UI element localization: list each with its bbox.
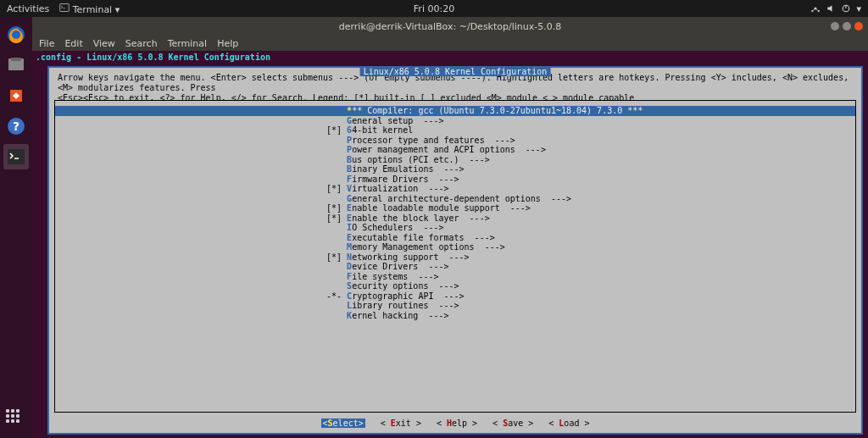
window-title: derrik@derrik-VirtualBox: ~/Desktop/linu… (339, 21, 562, 32)
firefox-icon (6, 25, 26, 45)
app-name: Terminal (73, 4, 113, 15)
menuconfig-footer-button[interactable]: < Exit > (381, 419, 421, 428)
menuconfig-item[interactable]: [*] Networking support ---> (55, 252, 855, 263)
activities-button[interactable]: Activities (7, 3, 49, 14)
gnome-topbar: Activities Terminal ▾ Fri 00:20 ▾ (0, 0, 868, 17)
dock-software[interactable] (3, 83, 29, 108)
menuconfig-footer-button[interactable]: <Select> (321, 419, 365, 428)
terminal-icon (59, 3, 70, 13)
menuconfig-item[interactable]: -*- Cryptographic API ---> (55, 291, 855, 302)
menuconfig-item[interactable]: Memory Management options ---> (55, 242, 855, 252)
files-icon (6, 55, 26, 75)
dropdown-icon[interactable]: ▾ (856, 3, 861, 14)
window-maximize[interactable] (843, 22, 851, 30)
menuconfig-item[interactable]: General setup ---> (55, 116, 855, 126)
svg-rect-9 (11, 58, 21, 61)
menuconfig-frame: Linux/x86 5.0.8 Kernel Configuration Arr… (47, 66, 863, 435)
power-icon[interactable] (841, 3, 851, 14)
window-titlebar[interactable]: derrik@derrik-VirtualBox: ~/Desktop/linu… (32, 17, 868, 36)
software-icon (6, 86, 26, 106)
current-app[interactable]: Terminal ▾ (59, 3, 120, 15)
terminal-viewport[interactable]: .config - Linux/x86 5.0.8 Kernel Configu… (32, 51, 868, 438)
menuconfig-item[interactable]: Firmware Drivers ---> (55, 175, 855, 185)
menuconfig-footer-button[interactable]: < Load > (548, 419, 589, 428)
dock-firefox[interactable] (3, 22, 29, 47)
terminal-menubar: File Edit View Search Terminal Help (32, 36, 868, 51)
menuconfig-item[interactable]: File systems ---> (55, 272, 855, 282)
network-icon[interactable] (810, 3, 821, 14)
svg-text:?: ? (13, 119, 19, 133)
menuconfig-item[interactable]: Bus options (PCI etc.) ---> (55, 155, 855, 165)
svg-rect-13 (8, 149, 25, 164)
svg-rect-0 (60, 3, 70, 11)
menuconfig-item[interactable]: Power management and ACPI options ---> (55, 145, 855, 155)
menuconfig-item[interactable]: *** Compiler: gcc (Ubuntu 7.3.0-27ubuntu… (55, 106, 855, 116)
menuconfig-item[interactable]: Device Drivers ---> (55, 262, 855, 272)
svg-point-7 (12, 30, 20, 39)
menuconfig-item[interactable]: Processor type and features ---> (55, 136, 855, 146)
window-minimize[interactable] (831, 22, 839, 30)
menu-file[interactable]: File (39, 38, 54, 49)
config-path: .config - Linux/x86 5.0.8 Kernel Configu… (32, 51, 868, 64)
menuconfig-footer-button[interactable]: < Help > (437, 419, 477, 428)
menu-view[interactable]: View (93, 38, 115, 49)
menuconfig-item[interactable]: Library routines ---> (55, 301, 855, 311)
clock[interactable]: Fri 00:20 (414, 3, 454, 14)
window-close[interactable] (854, 22, 863, 30)
menuconfig-item[interactable]: IO Schedulers ---> (55, 223, 855, 233)
dock-terminal[interactable] (3, 144, 29, 169)
show-applications[interactable] (6, 409, 26, 430)
menuconfig-footer: <Select>< Exit >< Help >< Save >< Load > (49, 419, 861, 428)
menuconfig-item[interactable]: [*] Enable loadable module support ---> (55, 203, 855, 213)
menu-terminal[interactable]: Terminal (168, 38, 208, 49)
terminal-app-icon (6, 147, 26, 167)
menuconfig-item[interactable]: Executable file formats ---> (55, 233, 855, 243)
menu-help[interactable]: Help (217, 38, 238, 49)
terminal-window: derrik@derrik-VirtualBox: ~/Desktop/linu… (32, 17, 868, 438)
menuconfig-item[interactable]: [*] Enable the block layer ---> (55, 213, 855, 224)
menuconfig-item[interactable]: Binary Emulations ---> (55, 164, 855, 175)
menuconfig-title: Linux/x86 5.0.8 Kernel Configuration (360, 67, 551, 76)
menuconfig-item[interactable]: [*] 64-bit kernel (55, 125, 855, 136)
dock-files[interactable] (3, 53, 29, 78)
dock-help[interactable]: ? (3, 114, 29, 139)
menuconfig-footer-button[interactable]: < Save > (492, 419, 533, 428)
volume-icon[interactable] (826, 3, 836, 14)
help-icon: ? (6, 116, 26, 136)
dock: ? (0, 17, 32, 438)
menu-search[interactable]: Search (125, 38, 158, 49)
menuconfig-item[interactable]: [*] Virtualization ---> (55, 184, 855, 194)
menuconfig-item[interactable]: Security options ---> (55, 281, 855, 291)
menuconfig-list: *** Compiler: gcc (Ubuntu 7.3.0-27ubuntu… (54, 100, 856, 413)
menuconfig-item[interactable]: General architecture-dependent options -… (55, 194, 855, 204)
menu-edit[interactable]: Edit (64, 38, 82, 49)
menuconfig-item[interactable]: Kernel hacking ---> (55, 311, 855, 321)
